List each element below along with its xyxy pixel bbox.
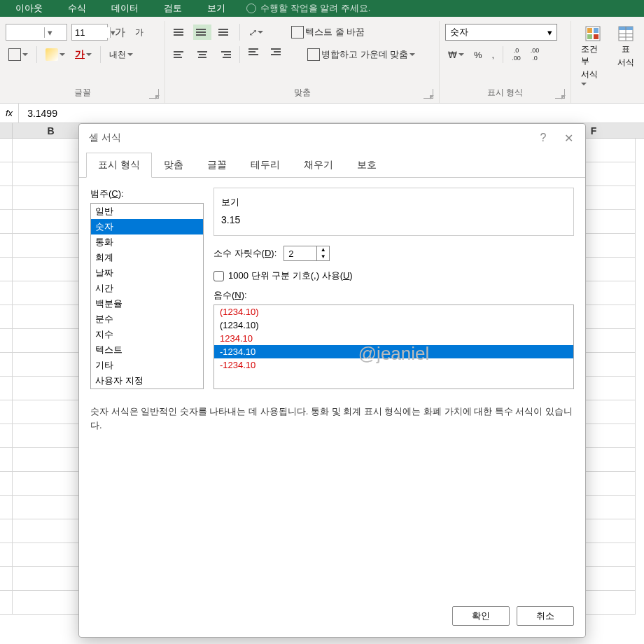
formula-bar: fx 3.1499 <box>0 104 644 123</box>
orientation-button[interactable]: ⤢ <box>246 26 266 39</box>
increase-decimal-button[interactable]: .0.00 <box>509 46 524 63</box>
merge-center-button[interactable]: 병합하고 가운데 맞춤 <box>304 47 418 62</box>
menu-tab[interactable]: 보기 <box>195 2 238 15</box>
checkbox-icon <box>214 271 224 281</box>
align-middle-button[interactable] <box>193 24 211 40</box>
menu-tab[interactable]: 데이터 <box>99 2 151 15</box>
tab-font[interactable]: 글꼴 <box>195 153 239 178</box>
currency-button[interactable]: ₩ <box>445 48 467 62</box>
category-item[interactable]: 백분율 <box>91 296 203 312</box>
comma-button[interactable]: , <box>489 48 498 62</box>
ok-button[interactable]: 확인 <box>452 606 510 626</box>
table-format-icon <box>617 25 634 42</box>
thousands-separator-checkbox[interactable]: 1000 단위 구분 기호(,) 사용(U) <box>214 270 574 282</box>
align-bottom-button[interactable] <box>216 24 234 40</box>
group-title-font: 글꼴 <box>6 84 159 103</box>
conditional-format-icon <box>584 25 601 42</box>
negative-format-item[interactable]: (1234.10) <box>214 318 573 332</box>
tab-border[interactable]: 테두리 <box>239 153 292 178</box>
dialog-title: 셀 서식 <box>89 132 121 144</box>
description-text: 숫자 서식은 일반적인 숫자를 나타내는 데 사용됩니다. 통화 및 회계 표시… <box>79 399 585 432</box>
negative-format-item[interactable]: (1234.10) <box>214 305 573 318</box>
spin-down-icon[interactable]: ▼ <box>317 253 329 260</box>
menu-tab[interactable]: 검토 <box>151 2 195 15</box>
tell-me[interactable]: 수행할 작업을 알려 주세요. <box>246 2 370 15</box>
category-item[interactable]: 숫자 <box>91 219 203 234</box>
category-item[interactable]: 사용자 지정 <box>91 373 203 388</box>
grow-font-button[interactable]: 가 <box>112 24 128 41</box>
close-icon[interactable]: ✕ <box>561 132 575 145</box>
menu-bar: 이아웃 수식 데이터 검토 보기 수행할 작업을 알려 주세요. <box>0 0 644 17</box>
fill-color-button[interactable] <box>43 47 68 62</box>
tab-alignment[interactable]: 맞춤 <box>152 153 195 178</box>
dialog-tabs: 표시 형식 맞춤 글꼴 테두리 채우기 보호 <box>79 152 585 178</box>
font-color-button[interactable]: 가 <box>72 47 94 62</box>
category-item[interactable]: 통화 <box>91 234 203 250</box>
number-format-combo[interactable]: 숫자▾ <box>445 24 557 41</box>
category-item[interactable]: 시간 <box>91 281 203 296</box>
negative-format-item[interactable]: 1234.10 <box>214 332 573 345</box>
dialog-launcher-icon[interactable] <box>149 89 159 99</box>
svg-rect-3 <box>587 34 592 39</box>
dialog-launcher-icon[interactable] <box>424 89 433 99</box>
percent-button[interactable]: % <box>471 48 485 62</box>
spin-up-icon[interactable]: ▲ <box>317 246 329 253</box>
category-list[interactable]: 일반숫자통화회계날짜시간백분율분수지수텍스트기타사용자 지정 <box>90 203 204 389</box>
negative-numbers-list[interactable]: (1234.10)(1234.10)1234.10-1234.10-1234.1… <box>214 304 574 389</box>
tab-fill[interactable]: 채우기 <box>292 153 345 178</box>
conditional-formatting-button[interactable]: 조건부 서식 <box>577 25 609 90</box>
borders-button[interactable] <box>6 47 31 62</box>
decrease-indent-button[interactable] <box>246 47 264 62</box>
preview-value: 3.15 <box>221 213 566 227</box>
shrink-font-button[interactable]: 가 <box>132 25 146 40</box>
svg-rect-2 <box>594 28 598 33</box>
format-cells-dialog: 셀 서식 ? ✕ 표시 형식 맞춤 글꼴 테두리 채우기 보호 범주(C): 일… <box>78 123 586 638</box>
formula-value[interactable]: 3.1499 <box>19 108 66 119</box>
fx-icon[interactable]: fx <box>0 104 19 122</box>
negative-format-item[interactable]: -1234.10 <box>214 358 573 372</box>
svg-rect-1 <box>587 28 592 33</box>
category-item[interactable]: 기타 <box>91 358 203 373</box>
category-item[interactable]: 분수 <box>91 312 203 327</box>
category-item[interactable]: 일반 <box>91 204 203 219</box>
decimal-places-spinner[interactable]: ▲▼ <box>284 246 330 261</box>
align-right-button[interactable] <box>216 47 234 62</box>
dialog-launcher-icon[interactable] <box>555 89 565 99</box>
menu-tab[interactable]: 수식 <box>55 2 99 15</box>
align-top-button[interactable] <box>171 24 189 40</box>
svg-rect-4 <box>594 34 598 39</box>
bulb-icon <box>246 4 256 13</box>
category-item[interactable]: 회계 <box>91 250 203 265</box>
negative-numbers-label: 음수(N): <box>214 289 574 302</box>
negative-format-item[interactable]: -1234.10 <box>214 345 573 358</box>
decrease-decimal-button[interactable]: .00.0 <box>528 46 542 63</box>
phonetic-button[interactable]: 내천 <box>106 48 136 62</box>
cancel-button[interactable]: 취소 <box>517 606 574 626</box>
font-name-combo[interactable]: ▾ <box>6 24 67 41</box>
category-item[interactable]: 날짜 <box>91 265 203 281</box>
category-label: 범주(C): <box>90 188 204 200</box>
preview-label: 보기 <box>218 196 242 209</box>
tab-number-format[interactable]: 표시 형식 <box>86 153 152 178</box>
category-item[interactable]: 텍스트 <box>91 342 203 358</box>
align-left-button[interactable] <box>171 47 189 62</box>
ribbon: ▾ ▾ 가 가 가 내천 글꼴 ⤢ <box>0 17 644 104</box>
help-icon[interactable]: ? <box>536 132 550 144</box>
align-center-button[interactable] <box>193 47 211 62</box>
group-title-align: 맞춤 <box>171 84 433 103</box>
wrap-text-button[interactable]: 텍스트 줄 바꿈 <box>288 24 368 40</box>
decimal-places-label: 소수 자릿수(D): <box>214 247 276 260</box>
format-as-table-button[interactable]: 표 서식 <box>613 25 638 69</box>
increase-indent-button[interactable] <box>268 47 286 62</box>
font-size-combo[interactable]: ▾ <box>71 24 108 41</box>
group-title-number: 표시 형식 <box>445 84 565 103</box>
tab-protection[interactable]: 보호 <box>345 153 388 178</box>
category-item[interactable]: 지수 <box>91 327 203 342</box>
menu-tab[interactable]: 이아웃 <box>3 2 55 15</box>
